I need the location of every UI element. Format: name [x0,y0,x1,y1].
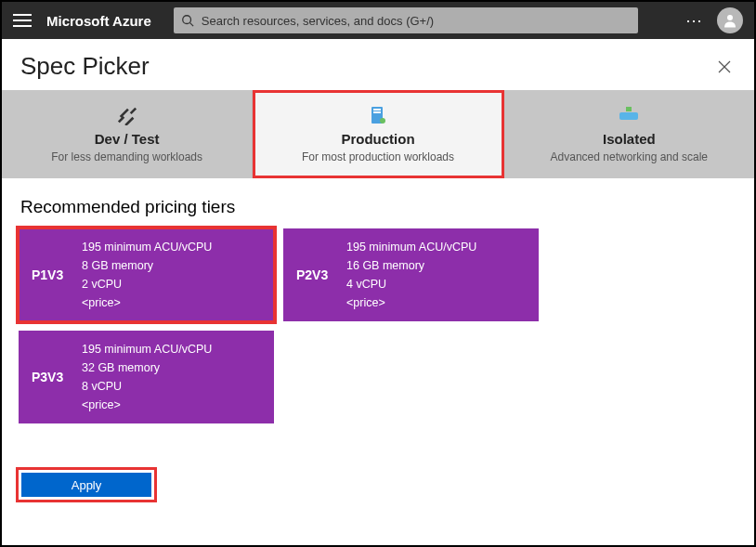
tab-dev-test[interactable]: Dev / Test For less demanding workloads [2,90,253,178]
apply-button[interactable]: Apply [21,473,151,497]
tier-name: P3V3 [19,370,82,384]
avatar[interactable] [717,7,743,33]
tab-desc: For most production workloads [302,150,454,163]
brand-label: Microsoft Azure [46,13,151,29]
tier-mem: 16 GB memory [346,256,476,275]
top-bar: Microsoft Azure Search resources, servic… [2,2,754,39]
more-icon[interactable]: ⋯ [685,10,704,31]
top-actions: ⋯ [685,7,743,33]
spacer [2,442,754,470]
scroll-filler [2,516,754,547]
tier-specs: 195 minimum ACU/vCPU 32 GB memory 8 vCPU… [82,340,212,414]
tier-name: P2V3 [283,267,346,282]
tier-acu: 195 minimum ACU/vCPU [82,238,212,256]
search-input[interactable]: Search resources, services, and docs (G+… [174,7,638,33]
apply-highlight: Apply [19,470,154,500]
user-icon [722,12,738,29]
tier-card-p2v3[interactable]: P2V3 195 minimum ACU/vCPU 16 GB memory 4… [283,228,539,321]
title-bar: Spec Picker [2,39,754,90]
menu-icon[interactable] [13,14,32,27]
tier-category-tabs: Dev / Test For less demanding workloads … [2,90,754,178]
svg-point-8 [380,118,385,124]
svg-line-1 [189,23,193,27]
search-wrap: Search resources, services, and docs (G+… [174,7,638,33]
content-scroll[interactable]: Dev / Test For less demanding workloads … [2,90,754,547]
tier-specs: 195 minimum ACU/vCPU 16 GB memory 4 vCPU… [346,238,476,312]
tier-name: P1V3 [19,267,82,282]
tier-cpu: 4 vCPU [346,275,476,293]
section-title: Recommended pricing tiers [2,178,754,228]
network-icon [619,105,639,125]
svg-rect-10 [626,107,632,111]
tier-grid: P1V3 195 minimum ACU/vCPU 8 GB memory 2 … [2,228,754,442]
tab-desc: Advanced networking and scale [551,150,708,163]
tier-price: <price> [82,293,212,312]
close-icon [718,60,731,73]
tab-title: Isolated [603,131,656,147]
tab-production[interactable]: Production For most production workloads [253,90,503,178]
svg-point-2 [727,15,733,20]
tier-specs: 195 minimum ACU/vCPU 8 GB memory 2 vCPU … [82,238,212,312]
tier-card-p1v3[interactable]: P1V3 195 minimum ACU/vCPU 8 GB memory 2 … [19,228,274,321]
tab-title: Production [341,131,414,147]
tier-cpu: 8 vCPU [82,377,212,396]
svg-rect-6 [373,109,381,111]
search-icon [181,14,194,27]
tier-acu: 195 minimum ACU/vCPU [346,238,476,256]
close-button[interactable] [713,56,736,78]
tab-isolated[interactable]: Isolated Advanced networking and scale [504,90,754,178]
tools-icon [117,105,137,125]
tier-mem: 8 GB memory [82,256,212,275]
tab-desc: For less demanding workloads [51,150,202,163]
tier-mem: 32 GB memory [82,358,212,377]
tab-title: Dev / Test [95,131,160,147]
tier-card-p3v3[interactable]: P3V3 195 minimum ACU/vCPU 32 GB memory 8… [19,331,274,423]
svg-rect-9 [619,112,638,120]
tier-price: <price> [82,396,212,414]
page-title: Spec Picker [20,52,150,81]
apply-bar: Apply [2,470,754,516]
svg-point-0 [183,16,191,24]
tier-acu: 195 minimum ACU/vCPU [82,340,212,358]
tier-price: <price> [346,293,476,312]
server-icon [368,105,388,125]
svg-rect-7 [373,111,381,113]
tier-cpu: 2 vCPU [82,275,212,293]
search-placeholder: Search resources, services, and docs (G+… [202,14,434,28]
